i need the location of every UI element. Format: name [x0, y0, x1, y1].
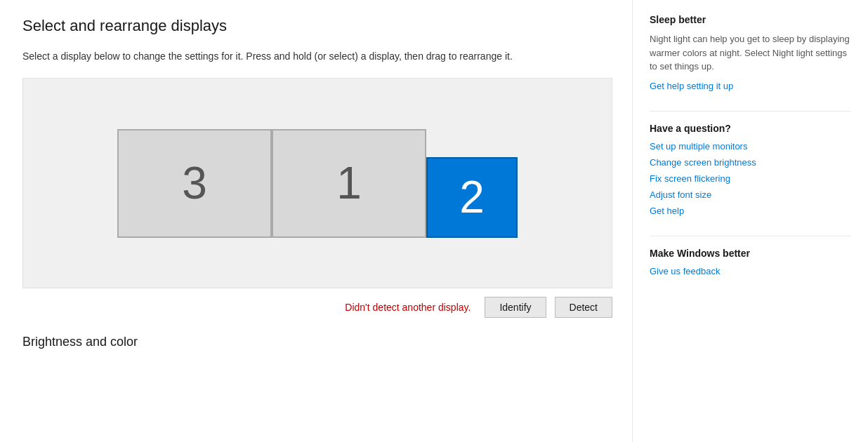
get-help-link[interactable]: Get help [650, 206, 851, 216]
main-content: Select and rearrange displays Select a d… [0, 0, 632, 442]
fix-screen-link[interactable]: Fix screen flickering [650, 173, 851, 184]
detect-button[interactable]: Detect [555, 297, 612, 318]
page-title: Select and rearrange displays [22, 17, 610, 35]
set-up-monitors-link[interactable]: Set up multiple monitors [650, 141, 851, 152]
feedback-section-title: Make Windows better [650, 248, 851, 259]
sidebar: Sleep better Night light can help you ge… [632, 0, 868, 442]
identify-button[interactable]: Identify [485, 297, 546, 318]
detect-row: Didn't detect another display. Identify … [22, 297, 612, 318]
sleep-section-description: Night light can help you get to sleep by… [650, 32, 851, 74]
get-help-setting-link[interactable]: Get help setting it up [650, 81, 851, 91]
monitor-2[interactable]: 2 [426, 157, 518, 238]
give-feedback-link[interactable]: Give us feedback [650, 266, 851, 276]
sleep-section-title: Sleep better [650, 14, 851, 25]
page-description: Select a display below to change the set… [22, 49, 610, 64]
brightness-title: Brightness and color [22, 335, 610, 349]
feedback-section: Make Windows better Give us feedback [650, 248, 851, 276]
monitor-1[interactable]: 1 [272, 129, 426, 238]
sleep-section: Sleep better Night light can help you ge… [650, 14, 851, 91]
divider-2 [650, 236, 851, 236]
displays-container: 3 1 2 [117, 129, 518, 238]
question-section-title: Have a question? [650, 123, 851, 134]
detect-message: Didn't detect another display. [345, 302, 471, 313]
display-area: 3 1 2 [22, 78, 612, 288]
change-brightness-link[interactable]: Change screen brightness [650, 157, 851, 168]
divider-1 [650, 111, 851, 112]
adjust-font-link[interactable]: Adjust font size [650, 189, 851, 200]
monitor-3[interactable]: 3 [117, 129, 272, 238]
question-section: Have a question? Set up multiple monitor… [650, 123, 851, 216]
